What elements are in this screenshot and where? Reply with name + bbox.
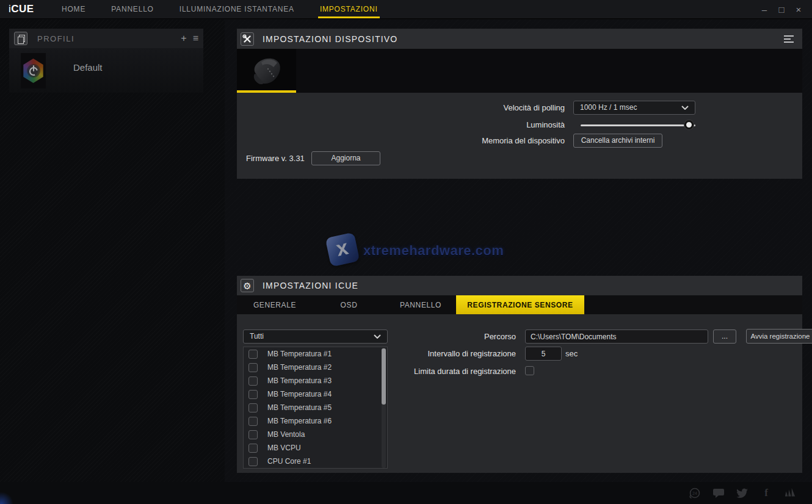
sensor-row: CPU Core #1 [244, 455, 387, 468]
profile-avatar [21, 53, 46, 88]
sensor-row: MB Temperatura #4 [244, 387, 387, 401]
support-24h-icon[interactable]: 24 [689, 487, 701, 499]
minimize-button[interactable]: – [758, 0, 770, 19]
sensor-label: MB Ventola [267, 430, 305, 439]
icue-settings-header: ⚙ IMPOSTAZIONI ICUE [237, 276, 802, 295]
recording-interval-label: Intervallo di registrazione [237, 347, 516, 361]
panel-menu-icon[interactable] [784, 34, 794, 45]
sensor-checkbox[interactable] [248, 403, 258, 412]
tab-registrazione-sensore[interactable]: REGISTRAZIONE SENSORE [456, 295, 584, 314]
sensor-checkbox[interactable] [248, 430, 258, 439]
gear-icon: ⚙ [243, 281, 251, 290]
path-label: Percorso [237, 329, 516, 344]
sensor-row: MB Temperatura #5 [244, 401, 387, 414]
tab-generale[interactable]: GENERALE [237, 295, 313, 314]
app-logo: iCUE [0, 0, 49, 18]
tab-pannello[interactable]: PANNELLO [385, 295, 456, 314]
top-bar: iCUE HOMEPANNELLOILLUMINAZIONE ISTANTANE… [0, 0, 812, 19]
start-recording-button[interactable]: Avvia registrazione [746, 329, 812, 344]
sensor-row: MB Temperatura #6 [244, 414, 387, 428]
icue-tab-strip: GENERALEOSDPANNELLOREGISTRAZIONE SENSORE [237, 295, 802, 314]
brightness-slider-handle[interactable] [684, 120, 694, 129]
device-tab-mouse[interactable] [237, 49, 296, 93]
profiles-icon [18, 35, 24, 43]
nav-item-illuminazione-istantanea[interactable]: ILLUMINAZIONE ISTANTANEA [167, 0, 307, 18]
device-settings-body: Velocità di polling 1000 Hz / 1 msec Lum… [237, 93, 802, 179]
add-profile-button[interactable]: + [181, 33, 186, 44]
sensor-row: MB VCPU [244, 441, 387, 455]
sensor-label: MB Temperatura #5 [267, 403, 332, 412]
browse-button[interactable]: ... [713, 329, 736, 344]
limit-duration-label: Limita durata di registrazione [237, 364, 516, 378]
footer-bar: 24 f [0, 482, 812, 504]
icue-hex-logo-icon [23, 59, 45, 83]
profiles-actions: + ≡ [181, 33, 198, 44]
firmware-update-button[interactable]: Aggiorna [311, 151, 380, 165]
top-nav-items: HOMEPANNELLOILLUMINAZIONE ISTANTANEAIMPO… [49, 0, 391, 18]
maximize-button[interactable]: □ [775, 0, 788, 19]
sensor-checkbox[interactable] [248, 417, 258, 426]
sensor-label: MB VCPU [267, 444, 301, 452]
interval-unit-label: sec [565, 347, 578, 361]
watermark: x xtremehardware.com [327, 234, 498, 270]
chat-icon[interactable] [712, 487, 725, 499]
nav-item-impostazioni[interactable]: IMPOSTAZIONI [307, 0, 391, 18]
chevron-down-icon [681, 106, 689, 110]
footer-social-icons: 24 f [689, 482, 796, 504]
device-settings-panel: IMPOSTAZIONI DISPOSITIVO [237, 29, 802, 179]
polling-rate-label: Velocità di polling [237, 101, 565, 115]
polling-rate-dropdown[interactable]: 1000 Hz / 1 msec [573, 101, 695, 115]
brightness-slider[interactable] [581, 124, 695, 126]
path-input[interactable] [525, 329, 708, 344]
sensor-checkbox[interactable] [248, 457, 258, 466]
nav-item-pannello[interactable]: PANNELLO [98, 0, 167, 18]
device-settings-title: IMPOSTAZIONI DISPOSITIVO [263, 34, 784, 44]
close-button[interactable]: × [792, 0, 805, 19]
sensor-label: MB Temperatura #4 [267, 390, 332, 398]
icue-settings-panel: ⚙ IMPOSTAZIONI ICUE GENERALEOSDPANNELLOR… [237, 276, 802, 473]
corsair-logo-icon[interactable] [784, 487, 796, 499]
profiles-title: PROFILI [37, 34, 181, 43]
firmware-version-label: Firmware v. 3.31 [237, 151, 565, 166]
profiles-header: PROFILI + ≡ [9, 29, 203, 48]
tools-icon-box [241, 32, 254, 46]
nav-item-home[interactable]: HOME [49, 0, 98, 18]
facebook-icon[interactable]: f [760, 487, 772, 499]
polling-rate-value: 1000 Hz / 1 msec [580, 101, 681, 114]
device-tab-strip [237, 49, 802, 93]
sensor-checkbox[interactable] [248, 390, 258, 399]
wrench-screwdriver-icon [242, 34, 252, 44]
profile-item-default[interactable]: Default [9, 48, 203, 93]
icue-settings-body: Tutti MB Temperatura #1MB Temperatura #2… [237, 314, 802, 473]
sensor-label: MB Temperatura #6 [267, 417, 332, 425]
profile-name: Default [73, 62, 103, 93]
interval-input[interactable] [525, 347, 562, 361]
profiles-icon-box [14, 32, 27, 45]
device-settings-header: IMPOSTAZIONI DISPOSITIVO [237, 29, 802, 49]
power-icon [27, 65, 40, 77]
clear-onboard-storage-button[interactable]: Cancella archivi interni [573, 134, 662, 148]
icue-app-window: iCUE HOMEPANNELLOILLUMINAZIONE ISTANTANE… [0, 0, 812, 504]
device-memory-label: Memoria del dispositivo [237, 134, 565, 148]
sensor-checkbox[interactable] [248, 444, 258, 453]
brightness-label: Luminosità [237, 118, 565, 132]
profiles-panel: PROFILI + ≡ Default [9, 29, 203, 93]
sensor-row: MB Ventola [244, 428, 387, 441]
profiles-menu-button[interactable]: ≡ [193, 33, 198, 44]
window-controls: – □ × [758, 0, 805, 19]
svg-text:24: 24 [692, 491, 697, 495]
icue-settings-title: IMPOSTAZIONI ICUE [263, 281, 799, 290]
sensor-label: CPU Core #1 [267, 457, 311, 466]
limit-duration-checkbox[interactable] [525, 366, 534, 375]
mouse-device-image [248, 54, 286, 89]
twitter-icon[interactable] [736, 487, 749, 499]
gear-icon-box: ⚙ [241, 279, 254, 292]
watermark-text: xtremehardware.com [363, 243, 504, 259]
tab-osd[interactable]: OSD [313, 295, 385, 314]
watermark-logo: x [325, 232, 360, 267]
